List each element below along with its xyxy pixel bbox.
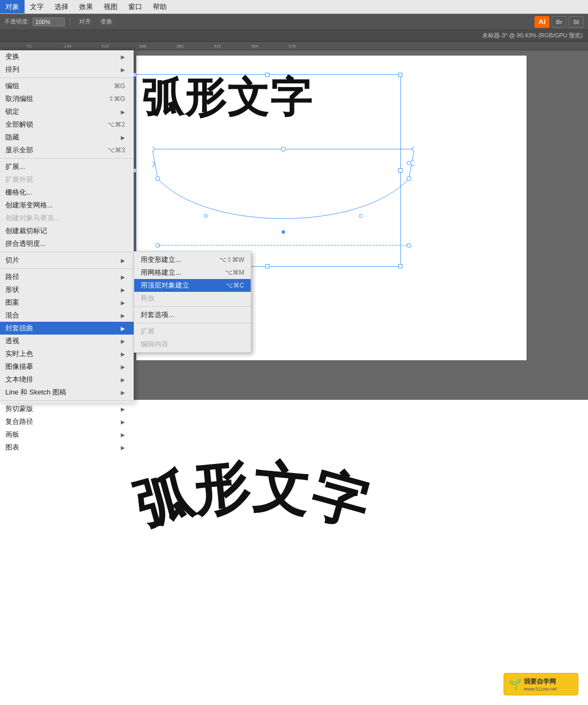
menu-group[interactable]: 编组 ⌘G [0,80,134,92]
menu-mosaic: 创建对象马赛克... [0,212,134,224]
watermark-title: 我要自学网 [524,677,557,686]
menu-pattern[interactable]: 图案 ▶ [0,296,134,309]
submenu-top-object-make[interactable]: 用顶层对象建立 ⌥⌘C [134,279,251,292]
menu-arrange[interactable]: 排列 ▶ [0,63,134,76]
warp-envelope-svg [152,146,414,253]
svg-rect-12 [409,160,414,166]
result-text-path: 弧形文字 [128,455,376,538]
menu-item-select[interactable]: 选择 [49,0,74,13]
canvas-chinese-text: 弧形文字 [142,74,313,121]
menu-show-all[interactable]: 显示全部 ⌥⌘3 [0,144,134,157]
svg-point-7 [407,176,411,181]
menu-shape[interactable]: 形状 ▶ [0,283,134,296]
menu-item-text[interactable]: 文字 [25,0,49,13]
opacity-input[interactable]: 100% [33,18,65,26]
menu-item-help[interactable]: 帮助 [148,0,172,13]
menu-bar: 对象 文字 选择 效果 视图 窗口 帮助 [0,0,588,14]
menu-path[interactable]: 路径 ▶ [0,270,134,283]
svg-point-5 [412,147,414,151]
ai-badge: Ai [535,16,550,28]
submenu-edit-content: 编辑内容 [134,338,251,351]
divider-2 [0,158,134,159]
divider-4 [0,268,134,269]
toolbar-separator [70,17,71,27]
menu-blend[interactable]: 混合 ▶ [0,309,134,322]
menu-transform[interactable]: 变换 ▶ [0,50,134,63]
canvas-area: 弧形文字 [0,50,588,400]
svg-text:弧形文字: 弧形文字 [128,455,376,538]
menu-artboard[interactable]: 画板 ▶ [0,428,134,441]
divider-5 [0,400,134,401]
submenu-divider-1 [134,306,251,307]
ruler-horizontal: 72 144 216 288 360 432 504 576 [0,42,588,50]
handle-bm [265,264,269,268]
menu-flatten[interactable]: 拼合透明度... [0,237,134,250]
file-title-bar: 未标题-3* @ 90.43% (RGB/GPU 预览) [0,30,588,42]
object-menu: 变换 ▶ 排列 ▶ 编组 ⌘G 取消编组 ⇧⌘G 锁定 ▶ 全部解锁 [0,50,134,403]
file-title: 未标题-3* @ 90.43% (RGB/GPU 预览) [482,32,583,40]
menu-compound-path[interactable]: 复合路径 ▶ [0,415,134,428]
menu-unlock-all[interactable]: 全部解锁 ⌥⌘2 [0,118,134,131]
menu-hide[interactable]: 隐藏 ▶ [0,131,134,144]
menu-envelope-distort[interactable]: 封套扭曲 ▶ [0,322,134,335]
menu-lock[interactable]: 锁定 ▶ [0,105,134,118]
svg-point-10 [359,214,362,218]
submenu-options[interactable]: 封套选项... [134,308,251,321]
submenu-mesh-make[interactable]: 用网格建立... ⌥⌘M [134,266,251,279]
br-badge: Br [552,16,567,28]
svg-point-6 [156,176,160,181]
svg-point-9 [282,230,285,234]
menu-item-window[interactable]: 窗口 [123,0,148,13]
watermark: 🌱 我要自学网 www.51zxw.net [504,673,578,695]
menu-gradient-mesh[interactable]: 创建渐变网格... [0,199,134,212]
menu-clipping-mask[interactable]: 剪切蒙版 ▶ [0,402,134,415]
menu-item-effect[interactable]: 效果 [74,0,98,13]
menu-ungroup[interactable]: 取消编组 ⇧⌘G [0,92,134,105]
menu-item-object[interactable]: 对象 [0,0,25,13]
align-button[interactable]: 对齐 [76,17,94,27]
menu-image-trace[interactable]: 图像描摹 ▶ [0,360,134,373]
svg-point-8 [204,214,207,218]
opacity-label: 不透明度: [4,18,29,26]
menu-item-view[interactable]: 视图 [98,0,123,13]
watermark-url: www.51zxw.net [524,686,557,692]
menu-live-paint[interactable]: 实时上色 ▶ [0,347,134,360]
menu-text-wrap[interactable]: 文本绕排 ▶ [0,373,134,386]
transform-button[interactable]: 变换 [97,17,115,27]
divider-1 [0,78,134,78]
menu-rasterize[interactable]: 栅格化... [0,186,134,199]
submenu-divider-2 [134,323,251,323]
toolbar-row: 不透明度: 100% 对齐 变换 Ai Br St [0,14,588,30]
menu-expand[interactable]: 扩展... [0,160,134,173]
toolbar-right: Ai Br St [535,16,584,28]
handle-tr [398,73,403,77]
submenu-release: 释放 [134,292,251,305]
svg-point-3 [152,147,154,151]
arc-text-svg: 弧形文字 [86,443,417,592]
divider-3 [0,252,134,252]
submenu-warp-make[interactable]: 用变形建立... ⌥⇧⌘W [134,253,251,266]
illustrator-ui: 对象 文字 选择 效果 视图 窗口 帮助 不透明度: 100% 对齐 变换 Ai… [0,0,588,400]
envelope-submenu: 用变形建立... ⌥⇧⌘W 用网格建立... ⌥⌘M 用顶层对象建立 ⌥⌘C 释… [134,251,251,353]
st-badge: St [569,16,584,28]
menu-graph[interactable]: 图表 ▶ [0,441,134,454]
menu-crop-marks[interactable]: 创建裁切标记 [0,224,134,237]
menu-slice[interactable]: 切片 ▶ [0,254,134,267]
menu-perspective[interactable]: 透视 ▶ [0,335,134,347]
svg-point-4 [281,147,285,151]
submenu-expand: 扩展 [134,325,251,338]
handle-br [398,264,403,268]
result-arc-text: 弧形文字 [86,443,417,594]
canvas-text-area: 弧形文字 [142,77,398,119]
watermark-icon: 🌱 [508,678,522,691]
menu-line-sketch[interactable]: Line 和 Sketch 图稿 ▶ [0,386,134,399]
menu-expand-appearance: 扩展外观 [0,173,134,186]
